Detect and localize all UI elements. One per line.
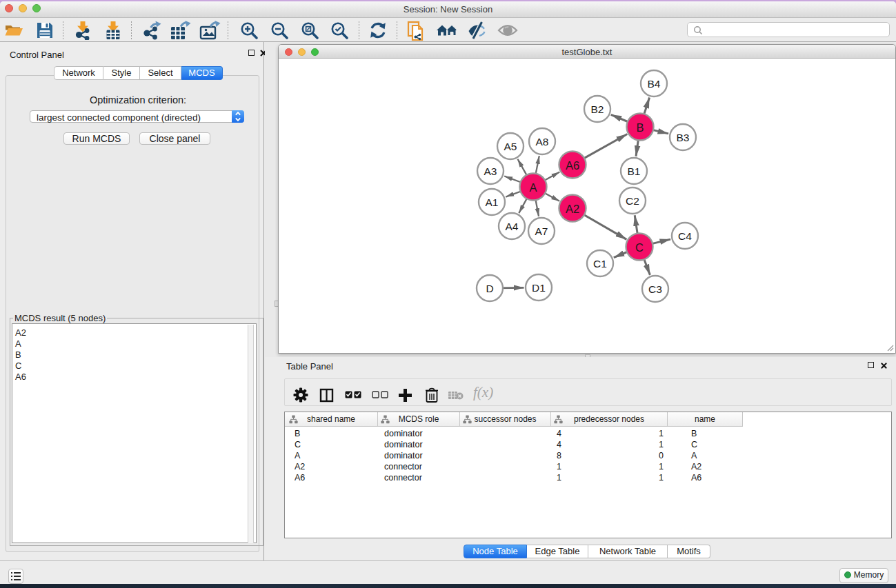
svg-text:A2: A2 [566, 203, 579, 215]
svg-text:C2: C2 [626, 195, 639, 207]
svg-text:B1: B1 [628, 165, 641, 177]
svg-text:A1: A1 [486, 196, 499, 208]
svg-text:C1: C1 [593, 258, 607, 270]
svg-text:B4: B4 [648, 78, 661, 90]
svg-text:A3: A3 [484, 165, 497, 177]
svg-text:A7: A7 [535, 225, 548, 237]
svg-text:B3: B3 [677, 132, 690, 143]
svg-text:A5: A5 [504, 141, 517, 152]
svg-text:D: D [486, 283, 493, 294]
svg-text:B: B [636, 121, 644, 134]
svg-text:A6: A6 [566, 159, 579, 172]
svg-text:A8: A8 [536, 136, 549, 148]
svg-text:A: A [529, 181, 537, 194]
svg-text:C: C [635, 241, 644, 254]
svg-text:D1: D1 [532, 282, 546, 294]
svg-text:A4: A4 [506, 221, 519, 232]
svg-text:C4: C4 [678, 230, 692, 242]
svg-text:C3: C3 [648, 283, 662, 295]
svg-text:B2: B2 [591, 103, 604, 115]
